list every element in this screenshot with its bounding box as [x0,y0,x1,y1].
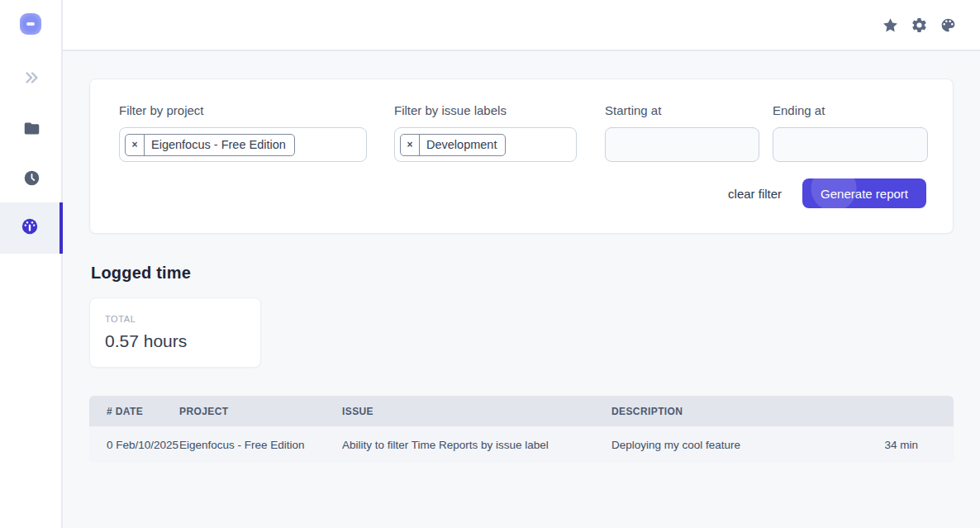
header-issue: ISSUE [342,406,611,417]
project-tag-label: Eigenfocus - Free Edition [145,135,294,155]
header-project: PROJECT [179,406,342,417]
filter-actions: clear filter Generate report [728,178,926,208]
logged-time-heading: Logged time [91,264,191,283]
issue-label-tag-label: Development [420,135,505,155]
header-date: # DATE [89,406,179,417]
clock-icon [23,169,40,187]
cell-project: Eigenfocus - Free Edition [179,439,342,451]
sidebar-item-projects[interactable] [0,110,63,146]
sidebar [0,0,63,528]
main-content: Filter by project × Eigenfocus - Free Ed… [63,51,980,528]
time-entries-table: # DATE PROJECT ISSUE DESCRIPTION 0 Feb/1… [89,396,954,463]
ending-at-input[interactable] [773,127,928,162]
cell-description: Deploying my cool feature [611,439,854,451]
gear-icon[interactable] [911,17,928,34]
table-header-row: # DATE PROJECT ISSUE DESCRIPTION [89,396,954,426]
app-window: Filter by project × Eigenfocus - Free Ed… [0,0,980,528]
palette-icon[interactable] [940,17,957,34]
clear-filter-link[interactable]: clear filter [728,187,782,201]
generate-report-button[interactable]: Generate report [802,178,926,208]
sidebar-collapse-button[interactable] [0,59,63,96]
total-card: TOTAL 0.57 hours [89,297,261,368]
project-filter-input[interactable]: × Eigenfocus - Free Edition [119,127,367,162]
folder-icon [23,120,40,137]
remove-project-tag-button[interactable]: × [126,135,145,155]
total-label: TOTAL [105,314,245,324]
cell-index-date: 0 Feb/10/2025 [89,439,179,451]
ending-at-field: Ending at [773,103,928,162]
issue-labels-filter-label: Filter by issue labels [394,103,577,117]
remove-issue-label-tag-button[interactable]: × [401,135,420,155]
double-chevron-right-icon [22,69,40,87]
starting-at-input[interactable] [605,127,759,162]
star-icon[interactable] [882,17,899,34]
issue-label-tag: × Development [400,134,506,156]
sidebar-item-time-tracking[interactable] [0,159,63,196]
app-logo-icon[interactable] [20,13,41,35]
filter-panel: Filter by project × Eigenfocus - Free Ed… [89,78,954,234]
header-description: DESCRIPTION [611,406,854,417]
cell-issue: Ability to filter Time Reports by issue … [342,439,611,451]
topbar [63,0,980,51]
cell-duration: 34 min [854,439,954,451]
issue-labels-filter-input[interactable]: × Development [394,127,577,162]
sidebar-item-time-report[interactable] [0,202,63,254]
ending-at-label: Ending at [773,103,928,117]
starting-at-label: Starting at [605,103,759,117]
project-tag: × Eigenfocus - Free Edition [125,134,295,156]
total-value: 0.57 hours [105,331,245,351]
starting-at-field: Starting at [605,103,759,162]
table-row[interactable]: 0 Feb/10/2025 Eigenfocus - Free Edition … [89,426,954,463]
project-filter-label: Filter by project [119,103,367,117]
gauge-icon [21,217,39,239]
project-filter-field: Filter by project × Eigenfocus - Free Ed… [119,103,367,162]
issue-labels-filter-field: Filter by issue labels × Development [394,103,577,162]
